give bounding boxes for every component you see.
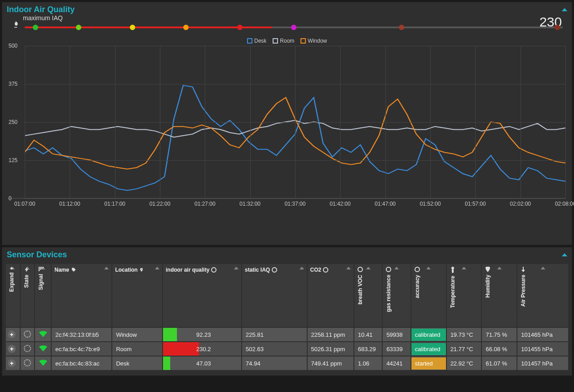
column-header-humidity[interactable]: Humidity (482, 264, 517, 327)
chart-plot[interactable]: 012525037550001:07:0001:12:0001:17:0001:… (9, 46, 565, 198)
cell-state (21, 328, 35, 341)
cell-pressure: 101465 hPa (517, 328, 568, 341)
sort-icon[interactable] (346, 267, 351, 269)
bvoc-icon (358, 267, 363, 272)
sort-icon[interactable] (426, 267, 431, 269)
cell-iaq: 230.2 (163, 342, 241, 356)
legend-item[interactable]: Window (300, 38, 327, 44)
column-header-state[interactable]: State (21, 264, 35, 327)
iaq-gauge-stop (291, 25, 296, 30)
co2-icon (323, 267, 328, 273)
column-label: gas resistance (385, 275, 392, 312)
table-row: +ec:fa:bc:4c:7b:e9Room230.2502.635026.31… (6, 342, 568, 356)
sort-icon[interactable] (462, 267, 466, 269)
gridline-v (295, 46, 296, 198)
cell-co2: 749.41 ppm (308, 357, 353, 370)
legend-label: Window (308, 38, 327, 44)
iaq-gauge-fill (25, 26, 272, 28)
iaq-panel: Indoor Air Quality maximum IAQ 230 DeskR… (2, 2, 572, 245)
cell-location: Desk (112, 357, 162, 370)
x-tick-label: 01:07:00 (14, 201, 35, 207)
expand-button[interactable]: + (8, 330, 16, 339)
gridline-v (250, 46, 251, 198)
svg-point-6 (323, 268, 328, 272)
iaq-bar (163, 357, 170, 370)
cell-name: 2c:f4:32:13:0f:b5 (52, 328, 111, 341)
gridline-v (205, 46, 205, 198)
column-label: Location (115, 267, 137, 273)
svg-rect-2 (40, 267, 41, 270)
legend-swatch (273, 38, 278, 44)
iaq-gauge: maximum IAQ 230 (2, 16, 572, 35)
sort-icon[interactable] (497, 267, 502, 269)
iaq-gauge-stop (399, 25, 404, 30)
cell-location: Window (112, 328, 162, 341)
cell-expand: + (6, 342, 20, 356)
cell-signal (35, 357, 51, 370)
cell-iaq: 47.03 (163, 357, 241, 370)
wifi-icon (39, 359, 47, 368)
legend-item[interactable]: Room (273, 38, 294, 44)
sort-icon[interactable] (155, 267, 159, 269)
expand-button[interactable]: + (8, 345, 16, 353)
devices-panel-title: Sensor Devices (7, 250, 67, 260)
sort-icon[interactable] (394, 267, 399, 269)
collapse-icon[interactable] (562, 8, 567, 11)
cell-state (21, 342, 35, 356)
cell-pressure: 101455 hPa (517, 342, 568, 356)
column-label: Expand (9, 273, 15, 292)
iaq-panel-title: Indoor Air Quality (7, 5, 75, 14)
column-header-signal[interactable]: Signal (35, 264, 51, 327)
devices-panel-header: Sensor Devices (2, 247, 572, 261)
legend-item[interactable]: Desk (247, 38, 266, 44)
column-header-co2[interactable]: CO2 (308, 264, 353, 327)
legend-swatch (247, 38, 252, 44)
column-header-siaq[interactable]: static IAQ (242, 264, 306, 327)
cell-humidity: 71.75 % (482, 328, 517, 341)
column-header-accuracy[interactable]: accuracy (411, 264, 446, 327)
column-header-gas[interactable]: gas resistance (383, 264, 410, 327)
svg-rect-3 (39, 267, 40, 271)
iaq-icon (211, 267, 216, 273)
x-tick-label: 01:27:00 (194, 201, 216, 207)
column-header-name[interactable]: Name (52, 264, 111, 327)
legend-label: Desk (254, 38, 266, 44)
pressure-icon (521, 267, 525, 272)
sort-icon[interactable] (234, 267, 238, 269)
cell-temp: 19.73 °C (447, 328, 481, 341)
accuracy-badge: calibrated (411, 329, 446, 341)
flame-icon (11, 20, 20, 29)
iaq-bar (163, 342, 199, 356)
humidity-icon (486, 267, 490, 272)
cell-iaq: 92.23 (163, 328, 241, 341)
collapse-icon[interactable] (562, 253, 567, 256)
sort-icon[interactable] (366, 267, 371, 269)
iaq-gauge-stop (555, 25, 560, 30)
column-header-expand[interactable]: Expand + (6, 264, 20, 327)
sort-icon[interactable] (300, 267, 304, 269)
iaq-gauge-stop (237, 25, 243, 30)
column-header-temp[interactable]: Temperature (447, 264, 481, 327)
cell-signal (35, 342, 51, 356)
legend-swatch (300, 38, 306, 44)
accuracy-icon (415, 267, 420, 272)
sort-icon[interactable] (104, 267, 109, 269)
y-tick-label: 0 (9, 195, 12, 202)
column-header-location[interactable]: Location (112, 264, 162, 327)
gridline-v (160, 46, 160, 198)
y-tick-label: 125 (9, 157, 18, 163)
svg-point-11 (451, 267, 454, 269)
svg-rect-1 (41, 267, 42, 269)
cell-siaq: 225.81 (242, 328, 306, 341)
column-header-pressure[interactable]: Air Pressure (517, 264, 568, 327)
column-header-bvoc[interactable]: breath VOC (354, 264, 382, 327)
expand-button[interactable]: + (8, 359, 16, 367)
cell-gas: 44241 (383, 357, 410, 370)
gridline-v (565, 46, 566, 198)
x-tick-label: 02:02:00 (510, 201, 531, 207)
sort-icon[interactable] (541, 267, 545, 269)
cell-temp: 22.92 °C (447, 357, 481, 370)
column-header-iaq[interactable]: indoor air quality (163, 264, 241, 327)
state-icon (24, 267, 29, 272)
column-label: static IAQ (245, 267, 270, 273)
